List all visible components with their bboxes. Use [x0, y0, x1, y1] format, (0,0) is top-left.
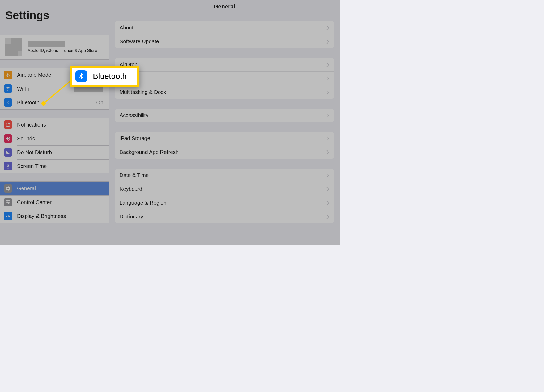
sidebar-item-sounds[interactable]: Sounds: [0, 132, 109, 145]
chevron-right-icon: [326, 62, 329, 67]
sidebar-item-do-not-disturb[interactable]: Do Not Disturb: [0, 145, 109, 159]
detail-row-date-time[interactable]: Date & Time: [115, 169, 334, 182]
hourglass-icon: [4, 162, 12, 170]
sidebar-item-notifications[interactable]: Notifications: [0, 118, 109, 132]
detail-row-label: Multitasking & Dock: [120, 89, 166, 95]
detail-row-multitasking[interactable]: Multitasking & Dock: [115, 85, 334, 99]
sidebar-group-alerts: Notifications Sounds Do Not Disturb Scre…: [0, 118, 109, 173]
chevron-right-icon: [326, 150, 329, 155]
apple-id-row[interactable]: Apple ID, iCloud, iTunes & App Store: [0, 35, 109, 60]
detail-row-keyboard[interactable]: Keyboard: [115, 182, 334, 196]
wifi-icon: [4, 84, 12, 93]
gear-icon: [4, 184, 12, 193]
settings-sidebar: Settings Apple ID, iCloud, iTunes & App …: [0, 0, 109, 245]
chevron-right-icon: [326, 173, 329, 178]
detail-row-label: Keyboard: [120, 186, 142, 192]
detail-row-label: Language & Region: [120, 200, 167, 206]
svg-text:A: A: [8, 215, 10, 218]
sidebar-item-bluetooth[interactable]: Bluetooth On: [0, 96, 109, 109]
detail-row-label: Accessibility: [120, 112, 148, 118]
chevron-right-icon: [326, 76, 329, 81]
chevron-right-icon: [326, 113, 329, 118]
detail-group: About Software Update: [115, 21, 334, 48]
chevron-right-icon: [326, 25, 329, 30]
settings-app: Settings Apple ID, iCloud, iTunes & App …: [0, 0, 340, 245]
detail-row-handoff[interactable]: Handoff: [115, 71, 334, 85]
detail-pane: General About Software Update AirDrop: [109, 0, 340, 245]
detail-row-background-app-refresh[interactable]: Background App Refresh: [115, 145, 334, 159]
sidebar-item-label: Sounds: [17, 136, 105, 142]
sidebar-item-label: Screen Time: [17, 163, 105, 169]
account-text: Apple ID, iCloud, iTunes & App Store: [28, 41, 97, 53]
svg-point-1: [8, 123, 10, 124]
wifi-network-redacted: [74, 86, 103, 92]
page-title: Settings: [0, 0, 109, 28]
sidebar-item-screen-time[interactable]: Screen Time: [0, 159, 109, 173]
svg-text:A: A: [6, 215, 8, 218]
text-size-icon: AA: [4, 212, 12, 220]
detail-row-accessibility[interactable]: Accessibility: [115, 109, 334, 122]
moon-icon: [4, 148, 12, 157]
detail-row-label: Handoff: [120, 75, 138, 81]
bluetooth-status: On: [96, 100, 103, 106]
detail-row-airdrop[interactable]: AirDrop: [115, 58, 334, 71]
toggles-icon: [4, 198, 12, 206]
detail-row-label: iPad Storage: [120, 135, 150, 141]
sidebar-item-label: Wi-Fi: [17, 86, 74, 92]
detail-row-language-region[interactable]: Language & Region: [115, 196, 334, 210]
chevron-right-icon: [326, 187, 329, 192]
notifications-icon: [4, 120, 12, 129]
avatar: [5, 38, 22, 56]
detail-group: Accessibility: [115, 109, 334, 122]
sidebar-group-device: General Control Center AA Display & Brig…: [0, 181, 109, 223]
airplane-icon: [4, 71, 12, 79]
chevron-right-icon: [326, 214, 329, 219]
airplane-toggle[interactable]: [91, 71, 105, 79]
detail-group: Date & Time Keyboard Language & Region D…: [115, 169, 334, 223]
detail-body: About Software Update AirDrop Handoff: [109, 14, 340, 233]
detail-row-ipad-storage[interactable]: iPad Storage: [115, 132, 334, 145]
detail-row-label: Software Update: [120, 38, 159, 45]
svg-point-3: [7, 201, 8, 202]
sidebar-item-display-brightness[interactable]: AA Display & Brightness: [0, 209, 109, 223]
sidebar-item-label: Do Not Disturb: [17, 149, 105, 156]
sidebar-item-label: Control Center: [17, 199, 105, 205]
detail-group: iPad Storage Background App Refresh: [115, 132, 334, 159]
detail-title: General: [109, 0, 340, 14]
sidebar-item-wifi[interactable]: Wi-Fi: [0, 82, 109, 96]
chevron-right-icon: [326, 39, 329, 44]
sidebar-item-control-center[interactable]: Control Center: [0, 195, 109, 209]
sidebar-item-airplane-mode[interactable]: Airplane Mode: [0, 68, 109, 82]
detail-row-label: Background App Refresh: [120, 149, 178, 155]
account-subtitle: Apple ID, iCloud, iTunes & App Store: [28, 48, 97, 53]
detail-row-label: AirDrop: [120, 62, 138, 68]
chevron-right-icon: [326, 201, 329, 205]
detail-row-software-update[interactable]: Software Update: [115, 35, 334, 48]
detail-group: AirDrop Handoff Multitasking & Dock: [115, 58, 334, 99]
sidebar-group-connectivity: Airplane Mode Wi-Fi Bluetooth On: [0, 68, 109, 110]
sidebar-item-label: General: [17, 186, 105, 192]
detail-row-label: About: [120, 25, 133, 31]
detail-row-about[interactable]: About: [115, 21, 334, 35]
detail-row-dictionary[interactable]: Dictionary: [115, 210, 334, 223]
chevron-right-icon: [326, 90, 329, 95]
sidebar-item-label: Bluetooth: [17, 100, 96, 106]
detail-row-label: Dictionary: [120, 214, 143, 220]
bluetooth-icon: [4, 98, 12, 107]
sidebar-item-label: Display & Brightness: [17, 213, 105, 219]
chevron-right-icon: [326, 136, 329, 141]
sounds-icon: [4, 134, 12, 143]
account-name-redacted: [28, 41, 65, 47]
sidebar-item-general[interactable]: General: [0, 182, 109, 195]
sidebar-item-label: Airplane Mode: [17, 72, 91, 78]
detail-row-label: Date & Time: [120, 172, 149, 178]
svg-point-5: [8, 203, 9, 204]
sidebar-item-label: Notifications: [17, 122, 105, 128]
